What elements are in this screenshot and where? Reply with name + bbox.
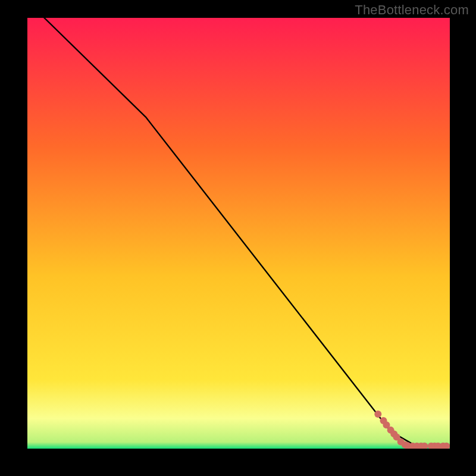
watermark-text: TheBottleneck.com [355,2,469,18]
gradient-background [27,18,450,449]
chart-frame: TheBottleneck.com [0,0,476,476]
chart-svg [27,18,450,449]
data-point [374,411,381,418]
plot-area [27,18,450,449]
